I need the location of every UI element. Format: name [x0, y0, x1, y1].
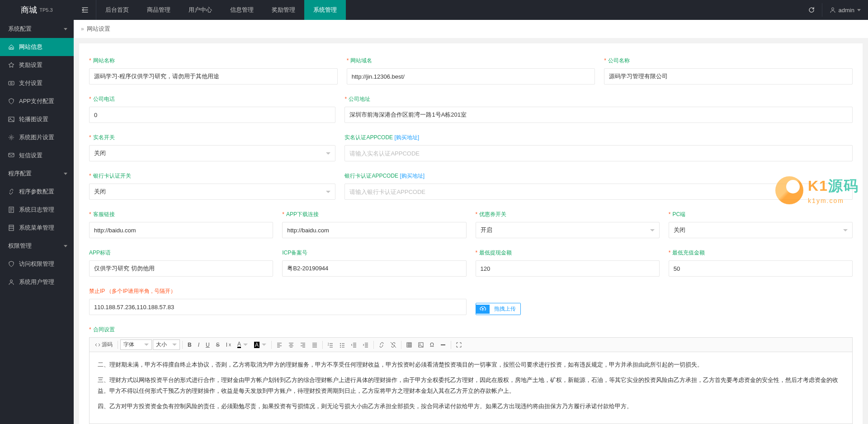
top-nav-item[interactable]: 信息管理	[221, 0, 263, 20]
sidebar-item[interactable]: 系统日志管理	[0, 201, 74, 219]
sidebar-item[interactable]: 程序参数配置	[0, 183, 74, 201]
editor-source-button[interactable]: 源码	[92, 339, 115, 350]
editor-fullscreen-button[interactable]	[453, 341, 464, 349]
sidebar-item[interactable]: 支付设置	[0, 74, 74, 92]
editor-align-left-button[interactable]	[274, 341, 285, 349]
home-icon	[8, 44, 14, 50]
site-name-label: 网站名称	[89, 57, 338, 65]
bank-switch-select[interactable]: 关闭	[89, 184, 335, 200]
editor-strike-button[interactable]: S	[213, 340, 222, 349]
company-name-label: 公司名称	[604, 57, 853, 65]
editor-bold-button[interactable]: B	[185, 340, 194, 349]
top-nav-item[interactable]: 商品管理	[138, 0, 179, 20]
editor-link-button[interactable]	[376, 341, 387, 349]
chevron-down-icon	[64, 28, 67, 30]
min-deposit-input[interactable]	[669, 260, 853, 277]
sidebar-item[interactable]: 网站信息	[0, 38, 74, 56]
editor-table-button[interactable]	[404, 341, 415, 349]
editor-unlink-button[interactable]	[388, 341, 399, 349]
editor-align-right-button[interactable]	[297, 341, 308, 349]
site-domain-input[interactable]	[347, 68, 595, 85]
top-nav-item[interactable]: 系统管理	[304, 0, 346, 20]
editor-indent-button[interactable]	[360, 341, 371, 349]
editor-list-ul-button[interactable]	[337, 341, 348, 349]
app-download-input[interactable]	[282, 222, 466, 238]
kefu-link-input[interactable]	[89, 222, 273, 238]
app-slogan-input[interactable]	[89, 260, 273, 277]
editor-italic-button[interactable]: I	[195, 340, 202, 349]
list-ul-icon	[340, 342, 345, 348]
realname-switch-select[interactable]: 关闭	[89, 145, 335, 161]
svg-point-5	[10, 137, 12, 138]
sidebar-item[interactable]: 系统菜单管理	[0, 219, 74, 237]
bank-appcode-input[interactable]	[344, 184, 853, 200]
sidebar-group-header[interactable]: 权限管理	[0, 237, 74, 255]
pc-switch-select[interactable]: 关闭	[669, 222, 853, 238]
gear-icon	[8, 134, 14, 141]
coupon-switch-select[interactable]: 开启	[476, 222, 660, 238]
sidebar-item[interactable]: APP支付配置	[0, 92, 74, 110]
company-addr-input[interactable]	[344, 107, 853, 123]
ban-ip-input[interactable]	[89, 299, 467, 315]
min-withdraw-label: 最低提现金额	[476, 249, 660, 257]
align-left-icon	[277, 342, 282, 348]
min-deposit-label: 最低充值金额	[669, 249, 853, 257]
user-menu[interactable]: admin	[822, 7, 868, 14]
icp-input[interactable]	[282, 260, 466, 277]
align-center-icon	[288, 342, 294, 348]
editor-subscript-button[interactable]: Ix	[223, 340, 234, 349]
logo-text: 商城	[21, 5, 37, 15]
log-icon	[8, 207, 14, 213]
top-nav-item[interactable]: 用户中心	[179, 0, 221, 20]
bank-appcode-link[interactable]: [购买地址]	[400, 173, 425, 179]
svg-rect-1	[9, 81, 14, 85]
editor-special-char-button[interactable]: Ω	[427, 340, 437, 349]
sidebar-item[interactable]: 访问权限管理	[0, 255, 74, 273]
editor-outdent-button[interactable]	[349, 341, 359, 349]
image-icon	[8, 116, 14, 122]
chevron-down-icon	[326, 191, 330, 193]
realname-appcode-input[interactable]	[344, 145, 853, 161]
editor-hr-button[interactable]	[438, 341, 448, 349]
top-nav-item[interactable]: 奖励管理	[263, 0, 304, 20]
realname-appcode-link[interactable]: [购买地址]	[394, 134, 419, 141]
upload-label: 拖拽上传	[490, 303, 520, 315]
cloud-upload-icon	[476, 305, 490, 314]
refresh-icon	[808, 6, 815, 14]
sidebar-item[interactable]: 系统图片设置	[0, 128, 74, 146]
sidebar-item-label: 支付设置	[19, 79, 42, 87]
coupon-switch-label: 优惠券开关	[476, 211, 660, 218]
editor-align-justify-button[interactable]	[309, 341, 320, 349]
collapse-toggle[interactable]	[74, 0, 96, 20]
sidebar-item[interactable]: 奖励设置	[0, 56, 74, 74]
editor-image-button[interactable]	[415, 341, 426, 349]
editor-underline-button[interactable]: U	[203, 340, 212, 349]
company-phone-input[interactable]	[89, 107, 335, 123]
sidebar-item[interactable]: 短信设置	[0, 146, 74, 165]
sidebar-group-header[interactable]: 程序配置	[0, 165, 74, 183]
editor-font-select[interactable]: 字体	[120, 339, 152, 350]
svg-point-17	[420, 344, 420, 344]
contract-paragraph: 二、理财期未满，甲方不得擅自终止本协议，否则，乙方将取消为甲方的理财服务，甲方不…	[98, 359, 844, 370]
sidebar-item-label: 系统菜单管理	[19, 224, 54, 232]
editor-size-select[interactable]: 大小	[153, 339, 180, 350]
editor-bg-color-button[interactable]: A	[251, 340, 269, 349]
refresh-button[interactable]	[801, 0, 822, 20]
editor-align-center-button[interactable]	[286, 341, 297, 349]
realname-switch-label: 实名开关	[89, 134, 335, 141]
sidebar-item[interactable]: 系统用户管理	[0, 273, 74, 291]
editor-body[interactable]: 二、理财期未满，甲方不得擅自终止本协议，否则，乙方将取消为甲方的理财服务，甲方不…	[90, 352, 852, 424]
upload-button[interactable]: 拖拽上传	[476, 303, 521, 315]
sidebar-group-header[interactable]: 系统配置	[0, 20, 74, 38]
top-nav-item[interactable]: 后台首页	[96, 0, 138, 20]
pc-switch-label: PC端	[669, 211, 853, 218]
sms-icon	[8, 152, 14, 159]
min-withdraw-input[interactable]	[476, 260, 660, 277]
sidebar-item[interactable]: 轮播图设置	[0, 110, 74, 128]
sidebar: 系统配置网站信息奖励设置支付设置APP支付配置轮播图设置系统图片设置短信设置程序…	[0, 20, 74, 424]
editor-text-color-button[interactable]: A	[235, 340, 250, 349]
company-name-input[interactable]	[604, 68, 853, 85]
editor-list-ol-button[interactable]: 12	[325, 341, 336, 349]
chevron-down-icon	[843, 229, 848, 231]
site-name-input[interactable]	[89, 68, 338, 85]
